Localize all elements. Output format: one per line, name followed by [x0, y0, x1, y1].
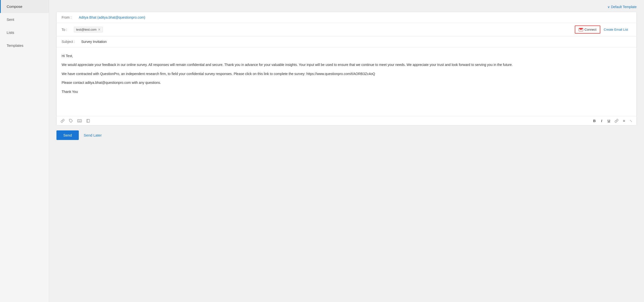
email-chip: test@test.com ✕ [74, 27, 103, 32]
main-content: ∨ Default Template From : Aditya Bhat (a… [49, 0, 644, 302]
body-line1: Hi Test, [62, 53, 632, 59]
keyboard-icon[interactable] [77, 119, 82, 123]
sidebar: ComposeSentListsTemplates [0, 0, 49, 302]
send-button[interactable]: Send [56, 130, 79, 140]
body-line2: We would appreciate your feedback in our… [62, 62, 632, 67]
chip-close-icon[interactable]: ✕ [98, 28, 100, 31]
hyperlink-button[interactable] [614, 119, 618, 123]
from-row: From : Aditya Bhat (aditya.bhat@question… [57, 12, 636, 23]
template-bar: ∨ Default Template [56, 5, 637, 9]
email-body[interactable]: Hi Test, We would appreciate your feedba… [57, 47, 636, 116]
svg-rect-2 [78, 119, 82, 122]
bottom-actions: Send Send Later [56, 125, 637, 142]
subject-row: Subject : Survey Invitation [57, 36, 636, 47]
to-chips: test@test.com ✕ [74, 27, 575, 32]
bold-button[interactable]: B [592, 118, 597, 123]
toolbar-right: B I U ≡ ⤡ [592, 118, 632, 123]
svg-rect-8 [87, 119, 90, 122]
gmail-icon [579, 28, 583, 31]
default-template-link[interactable]: ∨ Default Template [608, 5, 637, 9]
to-row: To : test@test.com ✕ Connect [57, 23, 636, 36]
link-icon[interactable] [60, 119, 64, 123]
create-email-list-link[interactable]: Create Email List [600, 26, 632, 33]
sidebar-item-lists[interactable]: Lists [0, 26, 49, 39]
tag-icon[interactable] [69, 119, 73, 123]
subject-value: Survey Invitation [81, 40, 107, 44]
widget-icon[interactable] [86, 119, 90, 123]
to-label: To : [62, 28, 74, 32]
sidebar-item-compose[interactable]: Compose [0, 0, 49, 13]
default-template-label: Default Template [611, 5, 637, 9]
from-value: Aditya Bhat (aditya.bhat@questionpro.com… [79, 15, 632, 19]
editor-toolbar: B I U ≡ ⤡ [57, 116, 636, 125]
strikethrough-button[interactable]: ≡ [622, 118, 626, 123]
subject-label: Subject : [62, 40, 81, 44]
sidebar-item-templates[interactable]: Templates [0, 39, 49, 52]
resize-handle[interactable]: ⤡ [630, 119, 632, 123]
chip-email: test@test.com [76, 28, 96, 31]
send-later-button[interactable]: Send Later [84, 133, 102, 137]
body-line5: Thank You [62, 89, 632, 94]
toolbar-left [60, 119, 90, 123]
connect-button[interactable]: Connect [575, 25, 600, 33]
to-actions: Connect Create Email List [575, 25, 632, 33]
body-line4: Please contact aditya.bhat@questionpro.c… [62, 80, 632, 85]
chevron-down-icon: ∨ [608, 5, 610, 9]
compose-card: From : Aditya Bhat (aditya.bhat@question… [56, 12, 637, 125]
sidebar-item-sent[interactable]: Sent [0, 13, 49, 26]
body-line3: We have contracted with QuestionPro, an … [62, 71, 632, 76]
underline-button[interactable]: U [606, 118, 611, 123]
italic-button[interactable]: I [600, 118, 603, 123]
from-label: From : [62, 15, 79, 19]
connect-label: Connect [584, 28, 596, 31]
